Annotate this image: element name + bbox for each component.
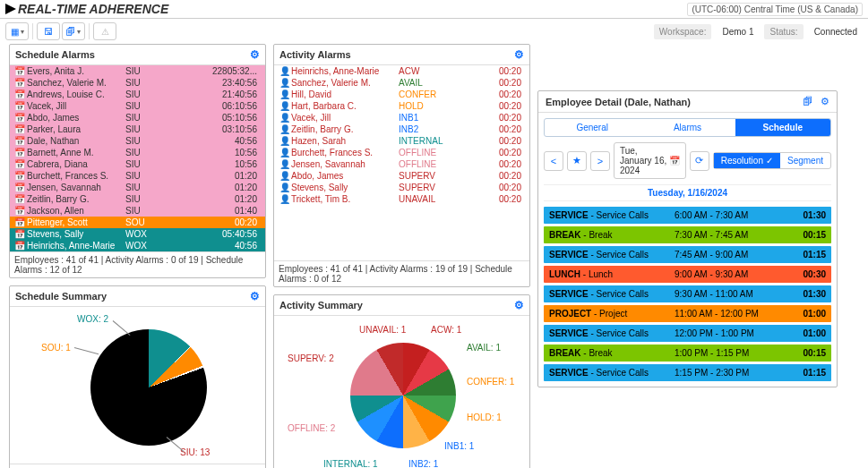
schedule-alarm-row[interactable]: 📅 Sanchez, Valerie M. SIU 23:40:56: [10, 77, 265, 89]
layout-grid-button[interactable]: ▦: [5, 22, 29, 40]
schedule-alarm-row[interactable]: 📅 Dale, Nathan SIU 40:56: [10, 135, 265, 147]
schedule-alarm-row[interactable]: 📅 Andrews, Louise C. SIU 21:40:56: [10, 89, 265, 100]
export-button[interactable]: 🗐: [62, 22, 85, 40]
schedule-row[interactable]: BREAK - Break 1:00 PM - 1:15 PM 00:15: [544, 345, 831, 362]
schedule-row[interactable]: SERVICE - Service Calls 9:30 AM - 11:00 …: [544, 285, 831, 302]
activity-alarm-row[interactable]: 👤 Abdo, James SUPERV 00:20: [274, 170, 529, 182]
duration: 00:20: [470, 113, 525, 123]
calendar-icon: 📅: [14, 66, 27, 76]
gear-icon[interactable]: ⚙: [250, 48, 260, 61]
employee-name: Dale, Nathan: [27, 136, 125, 146]
calendar-icon: 📅: [669, 156, 680, 166]
offline-label: OFFLINE: 2: [288, 423, 335, 433]
activity-alarm-row[interactable]: 👤 Hill, David CONFER 00:20: [274, 89, 529, 100]
tab-general[interactable]: General: [545, 119, 640, 136]
duration: 10:56: [179, 148, 261, 157]
schedule-alarm-row[interactable]: 📅 Jensen, Savannah SIU 01:20: [10, 182, 265, 193]
activity-alarm-row[interactable]: 👤 Jensen, Savannah OFFLINE 00:20: [274, 158, 529, 170]
status-dot-icon: 👤: [279, 124, 291, 134]
date-picker[interactable]: Tue, January 16, 2024 📅: [614, 142, 686, 179]
activity-alarm-row[interactable]: 👤 Sanchez, Valerie M. AVAIL 00:20: [274, 77, 529, 89]
schedule-alarm-row[interactable]: 📅 Heinrichs, Anne-Marie WOX 40:56: [10, 240, 265, 251]
activity-alarm-row[interactable]: 👤 Stevens, Sally SUPERV 00:20: [274, 182, 529, 193]
alert-button[interactable]: ⚠: [93, 22, 116, 40]
schedule-duration: 01:00: [790, 309, 826, 319]
employee-name: Hazen, Sarah: [291, 136, 399, 146]
schedule-alarm-row[interactable]: 📅 Abdo, James SIU 05:10:56: [10, 112, 265, 123]
employee-name: Jackson, Allen: [27, 206, 125, 216]
activity-alarm-row[interactable]: 👤 Hazen, Sarah INTERNAL 00:20: [274, 135, 529, 147]
prev-day-button[interactable]: <: [544, 151, 563, 171]
schedule-row[interactable]: SERVICE - Service Calls 7:45 AM - 9:00 A…: [544, 246, 831, 263]
employee-name: Hart, Barbara C.: [291, 101, 399, 111]
schedule-alarm-row[interactable]: 📅 Stevens, Sally WOX 05:40:56: [10, 228, 265, 240]
tab-alarms[interactable]: Alarms: [640, 119, 735, 136]
next-day-button[interactable]: >: [590, 151, 610, 171]
activity-alarm-row[interactable]: 👤 Heinrichs, Anne-Marie ACW 00:20: [274, 65, 529, 77]
activity-alarm-row[interactable]: 👤 Zeitlin, Barry G. INB2 00:20: [274, 123, 529, 135]
status-dot-icon: 👤: [279, 171, 291, 181]
duration: 00:20: [470, 124, 525, 134]
duration: 21:40:56: [179, 89, 261, 99]
refresh-button[interactable]: ⟳: [690, 151, 709, 171]
schedule-alarm-row[interactable]: 📅 Barnett, Anne M. SIU 10:56: [10, 147, 265, 158]
activity-alarm-row[interactable]: 👤 Hart, Barbara C. HOLD 00:20: [274, 100, 529, 112]
calendar-icon: 📅: [14, 89, 27, 99]
activity-code: SUPERV: [399, 183, 470, 192]
duration: 00:20: [470, 136, 525, 146]
schedule-alarm-row[interactable]: 📅 Pittenger, Scott SOU 00:20: [10, 217, 265, 228]
schedule-alarm-row[interactable]: 📅 Evers, Anita J. SIU 22805:32...: [10, 65, 265, 77]
gear-icon[interactable]: ⚙: [821, 96, 829, 106]
schedule-alarm-row[interactable]: 📅 Vacek, Jill SIU 06:10:56: [10, 100, 265, 112]
copy-icon[interactable]: 🗐: [803, 96, 812, 106]
schedule-alarm-row[interactable]: 📅 Cabrera, Diana SIU 10:56: [10, 158, 265, 170]
gear-icon[interactable]: ⚙: [250, 290, 260, 302]
save-button[interactable]: 🖫: [37, 22, 60, 40]
today-button[interactable]: ★: [567, 151, 587, 171]
calendar-icon: 📅: [14, 217, 27, 227]
schedule-row[interactable]: PROJECT - Project 11:00 AM - 12:00 PM 01…: [544, 305, 831, 322]
activity-code: OFFLINE: [399, 159, 470, 169]
duration: 00:20: [470, 101, 525, 111]
app-title-text: REAL-TIME ADHERENCE: [18, 2, 168, 16]
employee-name: Barnett, Anne M.: [27, 148, 125, 157]
tab-schedule[interactable]: Schedule: [735, 119, 830, 136]
activity-code: OFFLINE: [399, 148, 470, 157]
superv-label: SUPERV: 2: [288, 353, 334, 363]
schedule-row[interactable]: SERVICE - Service Calls 6:00 AM - 7:30 A…: [544, 207, 831, 224]
gear-icon[interactable]: ⚙: [514, 48, 524, 61]
schedule-duration: 00:15: [790, 348, 826, 358]
schedule-alarm-row[interactable]: 📅 Parker, Laura SIU 03:10:56: [10, 123, 265, 135]
timezone-label: (UTC-06:00) Central Time (US & Canada): [687, 3, 863, 16]
duration: 05:40:56: [179, 229, 261, 239]
activity-code: ACW: [399, 66, 470, 76]
employee-name: Burchett, Frances S.: [27, 171, 125, 181]
schedule-type: PROJECT - Project: [549, 309, 675, 319]
duration: 00:20: [470, 171, 525, 181]
schedule-row[interactable]: SERVICE - Service Calls 12:00 PM - 1:00 …: [544, 325, 831, 342]
employee-name: Stevens, Sally: [27, 229, 125, 239]
schedule-row[interactable]: SERVICE - Service Calls 1:15 PM - 2:30 P…: [544, 364, 831, 381]
resolution-button[interactable]: Resolution✓: [714, 153, 780, 168]
calendar-icon: 📅: [14, 113, 27, 123]
segment-button[interactable]: Segment: [780, 153, 830, 168]
schedule-type: BREAK - Break: [549, 230, 675, 240]
schedule-alarm-row[interactable]: 📅 Jackson, Allen SIU 01:40: [10, 205, 265, 217]
activity-alarm-row[interactable]: 👤 Vacek, Jill INB1 00:20: [274, 112, 529, 123]
schedule-alarm-row[interactable]: 📅 Burchett, Frances S. SIU 01:20: [10, 170, 265, 182]
activity-alarm-row[interactable]: 👤 Burchett, Frances S. OFFLINE 00:20: [274, 147, 529, 158]
duration: 00:20: [470, 183, 525, 192]
unavail-label: UNAVAIL: 1: [359, 325, 406, 335]
schedule-alarm-row[interactable]: 📅 Zeitlin, Barry G. SIU 01:20: [10, 193, 265, 205]
schedule-row[interactable]: LUNCH - Lunch 9:00 AM - 9:30 AM 00:30: [544, 266, 831, 283]
confer-label: CONFER: 1: [467, 377, 514, 387]
workspace-value[interactable]: Demo 1: [717, 24, 759, 39]
schedule-row[interactable]: BREAK - Break 7:30 AM - 7:45 AM 00:15: [544, 226, 831, 243]
activity-alarms-title: Activity Alarms: [279, 49, 351, 60]
calendar-icon: 📅: [14, 171, 27, 181]
logo-icon: [5, 4, 16, 14]
gear-icon[interactable]: ⚙: [514, 299, 524, 311]
inb2-label: INB2: 1: [408, 459, 438, 468]
activity-alarm-row[interactable]: 👤 Trickett, Tim B. UNAVAIL 00:20: [274, 193, 529, 205]
schedule-duration: 00:15: [790, 230, 826, 240]
